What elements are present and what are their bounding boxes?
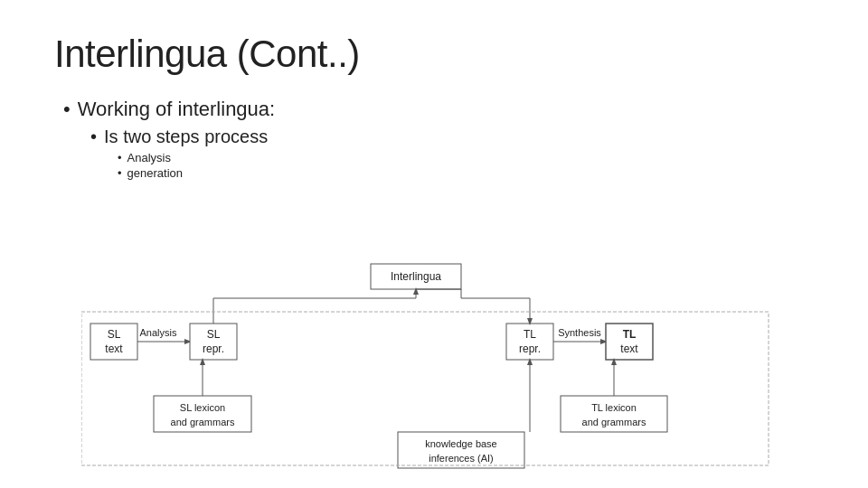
svg-text:knowledge base: knowledge base [425,438,497,449]
bullet-level1: • Working of interlingua: [63,98,814,121]
bullet-level3a: • Analysis [118,151,814,164]
svg-text:SL: SL [207,328,221,341]
svg-text:text: text [620,343,638,355]
bullet3b-text: generation [127,166,183,180]
svg-text:TL lexicon: TL lexicon [591,402,637,413]
svg-text:text: text [105,343,123,355]
svg-text:Analysis: Analysis [140,327,177,338]
svg-text:and grammars: and grammars [582,417,646,427]
svg-text:inferences (AI): inferences (AI) [429,453,494,464]
bullet-dot-2: • [90,127,97,147]
content-area: • Working of interlingua: • Is two steps… [63,98,814,180]
svg-text:TL: TL [623,328,637,341]
bullet-dot-3b: • [118,166,122,180]
svg-text:repr.: repr. [203,343,224,355]
bullet-level2: • Is two steps process [90,127,814,147]
bullet-dot-3a: • [118,151,122,164]
svg-text:SL: SL [108,328,121,341]
slide-title: Interlingua (Cont..) [54,33,814,76]
svg-text:Synthesis: Synthesis [558,327,601,338]
bullet2-text: Is two steps process [104,127,268,147]
slide: Interlingua (Cont..) • Working of interl… [0,0,868,488]
svg-text:Interlingua: Interlingua [391,270,441,283]
svg-text:TL: TL [524,328,536,341]
bullet1-text: Working of interlingua: [78,98,276,121]
svg-text:and grammars: and grammars [171,417,235,427]
bullet3a-text: Analysis [127,151,171,164]
svg-text:repr.: repr. [519,343,541,355]
bullet-dot-1: • [63,98,71,121]
svg-text:SL lexicon: SL lexicon [180,402,225,413]
bullet-level3b: • generation [118,166,814,180]
diagram-area: Interlingua SL text Analysis SL repr. TL… [81,262,796,470]
diagram-svg: Interlingua SL text Analysis SL repr. TL… [81,262,796,470]
